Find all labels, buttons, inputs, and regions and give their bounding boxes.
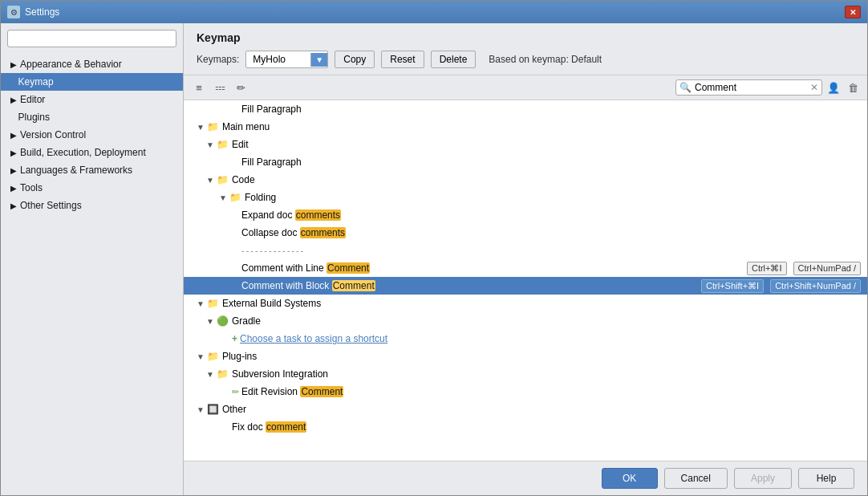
sidebar-item-label: Plugins — [18, 112, 50, 123]
shortcuts-area: Ctrl+⌘I Ctrl+NumPad / — [747, 262, 861, 275]
close-button[interactable]: ✕ — [845, 6, 861, 18]
search-icon: 🔍 — [679, 82, 692, 93]
row-label: Fill Paragraph — [241, 157, 302, 168]
help-button[interactable]: Help — [798, 468, 854, 489]
plug-ins-row[interactable]: ▼ 📁 Plug-ins — [184, 348, 867, 365]
window-title: Settings — [25, 6, 845, 18]
filter-user-icon[interactable]: 👤 — [825, 79, 842, 96]
keymaps-label: Keymaps: — [197, 54, 239, 65]
tree-row[interactable]: ▼ 📁 Main menu — [184, 118, 867, 136]
arrow-icon: ▶ — [10, 148, 17, 157]
sidebar-item-appearance[interactable]: ▶ Appearance & Behavior — [1, 55, 183, 73]
ok-button[interactable]: OK — [602, 468, 658, 489]
copy-button[interactable]: Copy — [335, 51, 375, 68]
comment-line-row[interactable]: Comment with Line Comment Ctrl+⌘I Ctrl+N… — [184, 259, 867, 277]
sidebar-item-label: Editor — [20, 94, 45, 105]
sidebar-item-keymap[interactable]: Keymap — [1, 73, 183, 91]
tree-row[interactable]: Expand doc comments — [184, 206, 867, 224]
tree-row[interactable]: Fill Paragraph — [184, 153, 867, 171]
sidebar-tree: ▶ Appearance & Behavior Keymap ▶ Editor … — [1, 54, 183, 495]
tree-row[interactable]: Collapse doc comments — [184, 224, 867, 242]
edit-icon[interactable]: ✏ — [232, 79, 249, 96]
sidebar-item-editor[interactable]: ▶ Editor — [1, 91, 183, 108]
window-icon: ⚙ — [7, 6, 20, 18]
keymap-select-wrapper: MyHolo ▼ — [245, 51, 328, 68]
fix-doc-row[interactable]: Fix doc comment — [184, 418, 867, 436]
folder-icon: 📁 — [217, 139, 229, 150]
main-panel: Keymap Keymaps: MyHolo ▼ Copy Reset Dele… — [184, 23, 867, 495]
sidebar-item-version-control[interactable]: ▶ Version Control — [1, 126, 183, 144]
highlight-text: comments — [295, 209, 341, 221]
sidebar-item-label: Keymap — [18, 76, 54, 87]
sidebar-item-tools[interactable]: ▶ Tools — [1, 179, 183, 197]
expand-arrow-icon: ▼ — [206, 176, 214, 185]
other-group-row[interactable]: ▼ 🔲 Other — [184, 400, 867, 418]
cancel-button[interactable]: Cancel — [664, 468, 728, 489]
external-build-row[interactable]: ▼ 📁 External Build Systems — [184, 295, 867, 312]
highlight-text: comment — [266, 421, 306, 433]
keymap-header: Keymap Keymaps: MyHolo ▼ Copy Reset Dele… — [184, 23, 867, 75]
shortcut-badge: Ctrl+⌘I — [747, 262, 787, 275]
row-label: Comment with Line Comment — [241, 262, 370, 274]
subversion-row[interactable]: ▼ 📁 Subversion Integration — [184, 365, 867, 383]
sidebar-search-input[interactable] — [7, 30, 176, 47]
comment-line-label-pre: Comment with Line — [241, 262, 327, 274]
sidebar-item-label: Languages & Frameworks — [20, 165, 132, 176]
expand-arrow-icon: ▼ — [206, 317, 214, 326]
row-label: Other — [222, 404, 246, 415]
apply-button[interactable]: Apply — [734, 468, 792, 489]
choose-task-row[interactable]: + Choose a task to assign a shortcut — [184, 330, 867, 348]
expand-arrow-icon: ▼ — [197, 405, 205, 414]
gradle-row[interactable]: ▼ 🟢 Gradle — [184, 312, 867, 330]
tree-row[interactable]: ▼ 📁 Folding — [184, 189, 867, 206]
expand-arrow-icon: ▼ — [219, 193, 227, 202]
search-clear-icon[interactable]: ✕ — [810, 82, 818, 93]
row-label: Main menu — [222, 121, 270, 132]
separator-line: -------------- — [241, 246, 305, 255]
sidebar-item-languages[interactable]: ▶ Languages & Frameworks — [1, 161, 183, 179]
sidebar-item-other-settings[interactable]: ▶ Other Settings — [1, 197, 183, 214]
sidebar-item-build[interactable]: ▶ Build, Execution, Deployment — [1, 144, 183, 161]
tree-row[interactable]: Fill Paragraph — [184, 100, 867, 118]
edit-revision-row[interactable]: ✏ Edit Revision Comment — [184, 383, 867, 400]
arrow-icon: ▶ — [10, 96, 17, 104]
folder-icon: 📁 — [217, 368, 229, 380]
row-label: Comment with Block Comment — [241, 280, 375, 291]
separator-row: -------------- — [184, 242, 867, 259]
arrow-icon: ▶ — [10, 166, 17, 175]
sidebar-item-label: Version Control — [20, 129, 86, 140]
row-label: Code — [232, 174, 255, 185]
expand-arrow-icon: ▼ — [206, 140, 214, 149]
expand-arrow-icon: ▼ — [197, 123, 205, 132]
arrow-icon: ▶ — [10, 60, 17, 69]
content-area: ▶ Appearance & Behavior Keymap ▶ Editor … — [1, 23, 867, 495]
expand-arrow-icon: ▼ — [206, 370, 214, 379]
choose-task-link[interactable]: Choose a task to assign a shortcut — [240, 333, 387, 344]
clear-search-icon[interactable]: 🗑 — [845, 79, 861, 96]
expand-arrow-icon: ▼ — [197, 299, 205, 308]
arrow-icon — [10, 113, 15, 122]
row-label: Edit — [232, 139, 249, 150]
arrow-icon: ▶ — [10, 131, 17, 140]
expand-all-icon[interactable]: ≡ — [190, 79, 208, 96]
sidebar-item-label: Build, Execution, Deployment — [20, 147, 146, 158]
keymap-heading: Keymap — [197, 31, 854, 44]
expand-arrow-icon: ▼ — [197, 352, 205, 361]
folder-icon: 📁 — [207, 121, 219, 132]
search-input[interactable] — [695, 82, 807, 93]
collapse-all-icon[interactable]: ⩶ — [211, 79, 229, 96]
arrow-icon — [10, 78, 15, 87]
comment-block-row[interactable]: Comment with Block Comment Ctrl+Shift+⌘I… — [184, 277, 867, 295]
add-plus-icon: + — [232, 333, 237, 344]
bottom-bar: OK Cancel Apply Help — [184, 461, 867, 495]
row-label: Subversion Integration — [232, 368, 328, 380]
arrow-icon: ▶ — [10, 201, 17, 210]
highlight-text: Comment — [332, 280, 375, 291]
keymap-dropdown-button[interactable]: ▼ — [310, 53, 327, 67]
sidebar-item-plugins[interactable]: Plugins — [1, 108, 183, 126]
shortcut-badge: Ctrl+NumPad / — [793, 262, 861, 275]
tree-row[interactable]: ▼ 📁 Edit — [184, 136, 867, 153]
tree-row[interactable]: ▼ 📁 Code — [184, 171, 867, 189]
delete-button[interactable]: Delete — [431, 51, 477, 68]
reset-button[interactable]: Reset — [381, 51, 424, 68]
